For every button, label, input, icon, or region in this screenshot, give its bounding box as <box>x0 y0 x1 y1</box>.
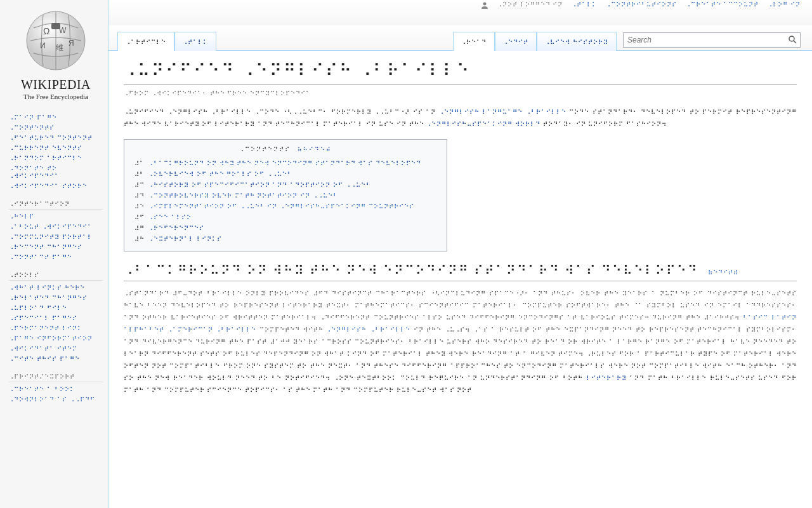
svg-text:Я: Я <box>69 39 74 48</box>
tab-edit[interactable]: ⠠⠑⠙⠊⠞ <box>495 32 537 51</box>
nav-item[interactable]: ⠠⠺⠊⠅⠊⠏⠑⠙⠊⠁ ⠎⠞⠕⠗⠑ <box>9 182 103 192</box>
intro-paragraph: ⠠⠥⠝⠊⠋⠊⠑⠙ ⠠⠑⠝⠛⠇⠊⠎⠓ ⠠⠃⠗⠁⠊⠇⠇⠑ ⠠⠉⠕⠙⠑ ⠐⠣⠠⠠⠥⠑⠃… <box>124 106 797 130</box>
toc-item[interactable]: ⠼⠑⠠⠊⠍⠏⠇⠑⠍⠑⠝⠞⠁⠞⠊⠕⠝ ⠕⠋ ⠠⠠⠥⠑⠃ ⠊⠝ ⠠⠑⠝⠛⠇⠊⠎⠓⠤⠎… <box>134 201 436 212</box>
nav-print: ⠠⠏⠗⠊⠝⠞⠌⠑⠭⠏⠕⠗⠞ ⠠⠉⠗⠑⠁⠞⠑ ⠁ ⠃⠕⠕⠅⠠⠙⠕⠺⠝⠇⠕⠁⠙ ⠁⠎… <box>9 371 103 405</box>
svg-text:维: 维 <box>56 43 63 52</box>
nav-head-print: ⠠⠏⠗⠊⠝⠞⠌⠑⠭⠏⠕⠗⠞ <box>9 371 103 382</box>
nav-item[interactable]: ⠠⠓⠑⠇⠏ <box>9 212 103 222</box>
link-braille[interactable]: ⠠⠃⠗⠁⠊⠇⠇⠑ <box>526 109 566 116</box>
toc-item[interactable]: ⠼⠁⠠⠃⠁⠉⠅⠛⠗⠕⠥⠝⠙ ⠕⠝ ⠺⠓⠽ ⠞⠓⠑ ⠝⠑⠺ ⠑⠝⠉⠕⠙⠊⠝⠛ ⠎⠞… <box>134 158 436 169</box>
section-heading: ⠠⠃⠁⠉⠅⠛⠗⠕⠥⠝⠙ ⠕⠝ ⠺⠓⠽ ⠞⠓⠑ ⠝⠑⠺ ⠑⠝⠉⠕⠙⠊⠝⠛ ⠎⠞⠁⠝… <box>124 263 797 281</box>
search-icon[interactable] <box>785 35 800 45</box>
sidebar: Ω W И 维 Я WIKIPEDIA The Free Encyclopedi… <box>0 0 108 508</box>
nav-head-tools: ⠠⠞⠕⠕⠇⠎ <box>9 269 103 281</box>
nav-item[interactable]: ⠠⠙⠕⠺⠝⠇⠕⠁⠙ ⠁⠎ ⠠⠠⠏⠙⠋ <box>9 395 103 405</box>
nav-item[interactable]: ⠠⠁⠃⠕⠥⠞ ⠠⠺⠊⠅⠊⠏⠑⠙⠊⠁ <box>9 222 103 232</box>
user-links: ⠠⠝⠕⠞ ⠇⠕⠛⠛⠑⠙ ⠊⠝ ⠠⠞⠁⠇⠅ ⠠⠉⠕⠝⠞⠗⠊⠃⠥⠞⠊⠕⠝⠎ ⠠⠉⠗⠑… <box>481 1 801 9</box>
nav-tools: ⠠⠞⠕⠕⠇⠎ ⠠⠺⠓⠁⠞ ⠇⠊⠝⠅⠎ ⠓⠑⠗⠑⠠⠗⠑⠇⠁⠞⠑⠙ ⠉⠓⠁⠝⠛⠑⠎⠠… <box>9 269 103 364</box>
svg-rect-6 <box>51 23 60 29</box>
toc: ⠠⠉⠕⠝⠞⠑⠝⠞⠎ ⠷⠓⠊⠙⠑⠾ ⠼⠁⠠⠃⠁⠉⠅⠛⠗⠕⠥⠝⠙ ⠕⠝ ⠺⠓⠽ ⠞⠓… <box>124 139 447 251</box>
toc-item[interactable]: ⠼⠙⠠⠉⠕⠝⠞⠗⠕⠧⠑⠗⠎⠽ ⠕⠧⠑⠗ ⠍⠁⠞⠓ ⠝⠕⠞⠁⠞⠊⠕⠝ ⠊⠝ ⠠⠠⠥… <box>134 190 436 201</box>
tab-history[interactable]: ⠠⠧⠊⠑⠺ ⠓⠊⠎⠞⠕⠗⠽ <box>537 32 617 51</box>
nav-item[interactable]: ⠠⠋⠑⠁⠞⠥⠗⠑⠙ ⠉⠕⠝⠞⠑⠝⠞ <box>9 133 103 144</box>
nav-item[interactable]: ⠠⠗⠁⠝⠙⠕⠍ ⠁⠗⠞⠊⠉⠇⠑ <box>9 154 103 164</box>
nav-item[interactable]: ⠠⠎⠏⠑⠉⠊⠁⠇ ⠏⠁⠛⠑⠎ <box>9 314 103 324</box>
toc-item[interactable]: ⠼⠋⠠⠎⠑⠑ ⠁⠇⠎⠕ <box>134 212 436 223</box>
logo[interactable]: Ω W И 维 Я WIKIPEDIA The Free Encyclopedi… <box>9 5 103 107</box>
nav-item[interactable]: ⠠⠺⠓⠁⠞ ⠇⠊⠝⠅⠎ ⠓⠑⠗⠑ <box>9 283 103 293</box>
toc-item[interactable]: ⠼⠛⠠⠗⠑⠋⠑⠗⠑⠝⠉⠑⠎ <box>134 223 436 234</box>
not-logged-in: ⠠⠝⠕⠞ ⠇⠕⠛⠛⠑⠙ ⠊⠝ <box>497 1 563 8</box>
link-english-speaking-world[interactable]: ⠠⠑⠝⠛⠇⠊⠎⠓⠤⠎⠏⠑⠁⠅⠊⠝⠛ ⠺⠕⠗⠇⠙ <box>426 121 540 128</box>
nav-item[interactable]: ⠠⠉⠕⠝⠞⠁⠉⠞ ⠏⠁⠛⠑ <box>9 253 103 263</box>
link-english-language[interactable]: ⠠⠑⠝⠛⠇⠊⠎⠓ ⠇⠁⠝⠛⠥⠁⠛⠑ <box>439 109 523 116</box>
nav-item[interactable]: ⠠⠥⠏⠇⠕⠁⠙ ⠋⠊⠇⠑ <box>9 304 103 314</box>
user-contributions-link[interactable]: ⠠⠉⠕⠝⠞⠗⠊⠃⠥⠞⠊⠕⠝⠎ <box>606 1 677 8</box>
svg-point-7 <box>483 3 486 6</box>
body-paragraph: ⠠⠎⠞⠁⠝⠙⠁⠗⠙ ⠼⠋⠤⠙⠕⠞ ⠃⠗⠁⠊⠇⠇⠑ ⠕⠝⠇⠽ ⠏⠗⠕⠧⠊⠙⠑⠎ ⠼… <box>124 288 797 396</box>
nav-interaction: ⠠⠊⠝⠞⠑⠗⠁⠉⠞⠊⠕⠝ ⠠⠓⠑⠇⠏⠠⠁⠃⠕⠥⠞ ⠠⠺⠊⠅⠊⠏⠑⠙⠊⠁⠠⠉⠕⠍⠍… <box>9 198 103 263</box>
toc-item[interactable]: ⠼⠓⠠⠑⠭⠞⠑⠗⠝⠁⠇ ⠇⠊⠝⠅⠎ <box>134 234 436 244</box>
nav-item[interactable]: ⠠⠏⠁⠛⠑ ⠊⠝⠋⠕⠗⠍⠁⠞⠊⠕⠝ <box>9 334 103 344</box>
search-box[interactable] <box>623 32 801 48</box>
search-input[interactable] <box>624 34 785 46</box>
nav-item[interactable]: ⠠⠺⠊⠅⠊⠙⠁⠞⠁ ⠊⠞⠑⠍ <box>9 344 103 354</box>
tab-article[interactable]: ⠠⠁⠗⠞⠊⠉⠇⠑ <box>117 32 174 51</box>
nav-item[interactable]: ⠠⠉⠊⠞⠑ ⠞⠓⠊⠎ ⠏⠁⠛⠑ <box>9 354 103 364</box>
svg-point-8 <box>789 36 794 41</box>
link-american-braille[interactable]: ⠠⠁⠍⠑⠗⠊⠉⠁⠝ ⠠⠃⠗⠁⠊⠇⠇⠑ <box>167 326 257 333</box>
toc-hide-link[interactable]: ⠷⠓⠊⠙⠑⠾ <box>298 147 332 153</box>
link-english-braille[interactable]: ⠠⠑⠝⠛⠇⠊⠎⠓ ⠠⠃⠗⠁⠊⠇⠇⠑ <box>326 326 410 333</box>
nav-item[interactable]: ⠠⠗⠑⠉⠑⠝⠞ ⠉⠓⠁⠝⠛⠑⠎ <box>9 243 103 253</box>
wikipedia-globe-icon: Ω W И 维 Я <box>21 9 91 72</box>
tabs-row: ⠠⠁⠗⠞⠊⠉⠇⠑ ⠠⠞⠁⠇⠅ ⠠⠗⠑⠁⠙ ⠠⠑⠙⠊⠞ ⠠⠧⠊⠑⠺ ⠓⠊⠎⠞⠕⠗⠽ <box>108 25 812 51</box>
nav-main: ⠠⠍⠁⠊⠝ ⠏⠁⠛⠑⠠⠉⠕⠝⠞⠑⠝⠞⠎⠠⠋⠑⠁⠞⠥⠗⠑⠙ ⠉⠕⠝⠞⠑⠝⠞⠠⠉⠥⠗… <box>9 113 103 192</box>
toc-head: ⠠⠉⠕⠝⠞⠑⠝⠞⠎ ⠷⠓⠊⠙⠑⠾ <box>134 146 436 153</box>
toc-item[interactable]: ⠼⠃⠠⠕⠧⠑⠗⠧⠊⠑⠺ ⠕⠋ ⠞⠓⠑ ⠛⠕⠁⠇⠎ ⠕⠋ ⠠⠠⠥⠑⠃ <box>134 169 436 180</box>
from-line: ⠠⠋⠗⠕⠍ ⠠⠺⠊⠅⠊⠏⠑⠙⠊⠁⠂ ⠞⠓⠑ ⠋⠗⠑⠑ ⠑⠝⠉⠽⠉⠇⠕⠏⠑⠙⠊⠁ <box>124 90 797 97</box>
nav-item[interactable]: ⠠⠏⠑⠗⠍⠁⠝⠑⠝⠞ ⠇⠊⠝⠅ <box>9 324 103 334</box>
login-link[interactable]: ⠠⠇⠕⠛ ⠊⠝ <box>768 1 801 8</box>
page-title: ⠠⠥⠝⠊⠋⠊⠑⠙ ⠠⠑⠝⠛⠇⠊⠎⠓ ⠠⠃⠗⠁⠊⠇⠇⠑ <box>124 61 797 85</box>
topbar: ⠠⠝⠕⠞ ⠇⠕⠛⠛⠑⠙ ⠊⠝ ⠠⠞⠁⠇⠅ ⠠⠉⠕⠝⠞⠗⠊⠃⠥⠞⠊⠕⠝⠎ ⠠⠉⠗⠑… <box>108 0 812 25</box>
toc-item[interactable]: ⠼⠉⠠⠓⠊⠎⠞⠕⠗⠽ ⠕⠋ ⠎⠏⠑⠉⠊⠋⠊⠉⠁⠞⠊⠕⠝ ⠁⠝⠙ ⠁⠙⠕⠏⠞⠊⠕⠝… <box>134 180 436 190</box>
site-tagline: The Free Encyclopedia <box>9 93 103 100</box>
svg-line-9 <box>794 41 796 43</box>
main: ⠠⠝⠕⠞ ⠇⠕⠛⠛⠑⠙ ⠊⠝ ⠠⠞⠁⠇⠅ ⠠⠉⠕⠝⠞⠗⠊⠃⠥⠞⠊⠕⠝⠎ ⠠⠉⠗⠑… <box>108 0 812 508</box>
content: ⠠⠥⠝⠊⠋⠊⠑⠙ ⠠⠑⠝⠛⠇⠊⠎⠓ ⠠⠃⠗⠁⠊⠇⠇⠑ ⠠⠋⠗⠕⠍ ⠠⠺⠊⠅⠊⠏⠑… <box>108 51 812 508</box>
nav-head-interaction: ⠠⠊⠝⠞⠑⠗⠁⠉⠞⠊⠕⠝ <box>9 198 103 210</box>
user-icon <box>481 1 488 9</box>
link-literary[interactable]: ⠇⠊⠞⠑⠗⠁⠗⠽ <box>586 375 627 382</box>
site-name: WIKIPEDIA <box>9 77 103 92</box>
nav-item[interactable]: ⠠⠙⠕⠝⠁⠞⠑ ⠞⠕ ⠠⠺⠊⠅⠊⠏⠑⠙⠊⠁ <box>9 164 103 182</box>
nav-item[interactable]: ⠠⠉⠗⠑⠁⠞⠑ ⠁ ⠃⠕⠕⠅ <box>9 385 103 395</box>
nav-item[interactable]: ⠠⠍⠁⠊⠝ ⠏⠁⠛⠑ <box>9 113 103 123</box>
tab-read[interactable]: ⠠⠗⠑⠁⠙ <box>453 32 495 51</box>
svg-text:Ω: Ω <box>43 26 49 36</box>
tab-talk[interactable]: ⠠⠞⠁⠇⠅ <box>174 32 216 51</box>
section-edit-link[interactable]: ⠷⠑⠙⠊⠞⠾ <box>708 269 738 276</box>
nav-item[interactable]: ⠠⠗⠑⠇⠁⠞⠑⠙ ⠉⠓⠁⠝⠛⠑⠎ <box>9 293 103 304</box>
nav-item[interactable]: ⠠⠉⠕⠍⠍⠥⠝⠊⠞⠽ ⠏⠕⠗⠞⠁⠇ <box>9 232 103 243</box>
nav-item[interactable]: ⠠⠉⠥⠗⠗⠑⠝⠞ ⠑⠧⠑⠝⠞⠎ <box>9 144 103 154</box>
nav-item[interactable]: ⠠⠉⠕⠝⠞⠑⠝⠞⠎ <box>9 123 103 133</box>
create-account-link[interactable]: ⠠⠉⠗⠑⠁⠞⠑ ⠁⠉⠉⠕⠥⠝⠞ <box>686 1 759 8</box>
svg-text:И: И <box>40 41 46 50</box>
user-talk-link[interactable]: ⠠⠞⠁⠇⠅ <box>572 1 597 8</box>
